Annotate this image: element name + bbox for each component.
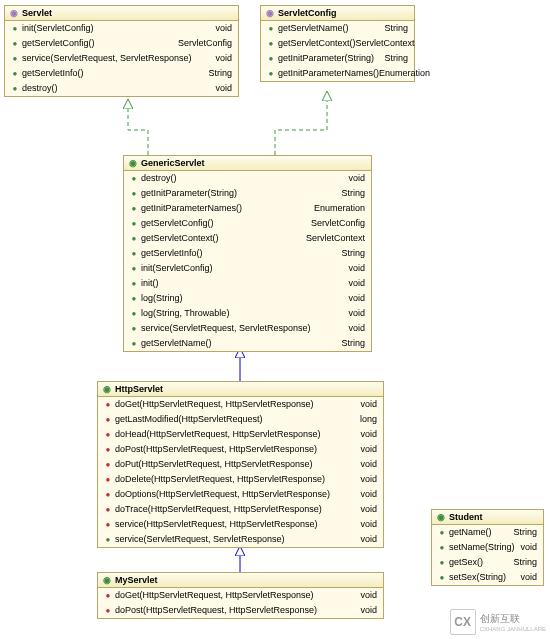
watermark: CX 创新互联 CXHANG JANHULLARE [450,609,546,635]
method-row: ●getServletInfo()String [5,66,238,81]
method-signature: log(String, Throwable) [141,307,229,320]
method-return-type: String [341,337,365,350]
class-icon: ◉ [436,512,446,522]
method-return-type: void [348,322,365,335]
method-signature: destroy() [141,172,177,185]
method-return-type: Enumeration [314,202,365,215]
public-method-icon: ● [438,544,446,552]
method-signature: getServletName() [278,22,349,35]
public-method-icon: ● [130,295,138,303]
watermark-logo-icon: CX [450,609,476,635]
method-return-type: String [341,187,365,200]
class-header: ◉ GenericServlet [124,156,371,171]
method-signature: doPut(HttpServletRequest, HttpServletRes… [115,458,313,471]
method-row: ●getServletName()String [124,336,371,351]
protected-method-icon: ● [104,401,112,409]
method-signature: doGet(HttpServletRequest, HttpServletRes… [115,589,314,602]
method-return-type: ServletConfig [311,217,365,230]
method-return-type: String [384,22,408,35]
method-row: ●doHead(HttpServletRequest, HttpServletR… [98,427,383,442]
method-return-type: ServletContext [356,37,415,50]
method-row: ●init()void [124,276,371,291]
method-list: ●getName()String●setName(String)void●get… [432,525,543,585]
protected-method-icon: ● [104,446,112,454]
public-method-icon: ● [11,85,19,93]
method-return-type: void [348,277,365,290]
public-method-icon: ● [438,559,446,567]
method-row: ●getServletInfo()String [124,246,371,261]
public-method-icon: ● [11,55,19,63]
interface-icon: ◉ [265,8,275,18]
method-row: ●getLastModified(HttpServletRequest)long [98,412,383,427]
class-header: ◉ Student [432,510,543,525]
public-method-icon: ● [130,325,138,333]
class-title: Student [449,512,483,522]
method-row: ●setName(String)void [432,540,543,555]
method-row: ●destroy()void [124,171,371,186]
method-return-type: Enumeration [379,67,430,80]
method-signature: doGet(HttpServletRequest, HttpServletRes… [115,398,314,411]
public-method-icon: ● [130,190,138,198]
method-signature: setName(String) [449,541,515,554]
method-signature: setSex(String) [449,571,506,584]
method-return-type: void [215,22,232,35]
method-row: ●getSex()String [432,555,543,570]
method-row: ●init(ServletConfig)void [124,261,371,276]
method-row: ●destroy()void [5,81,238,96]
method-return-type: long [360,413,377,426]
method-row: ●service(ServletRequest, ServletResponse… [98,532,383,547]
method-signature: log(String) [141,292,183,305]
method-signature: getInitParameter(String) [278,52,374,65]
method-return-type: void [520,541,537,554]
method-signature: getServletName() [141,337,212,350]
class-student: ◉ Student ●getName()String●setName(Strin… [431,509,544,586]
method-row: ●log(String)void [124,291,371,306]
method-row: ●service(ServletRequest, ServletResponse… [5,51,238,66]
interface-icon: ◉ [9,8,19,18]
public-method-icon: ● [130,340,138,348]
method-signature: getServletConfig() [22,37,95,50]
method-return-type: void [360,589,377,602]
class-title: HttpServlet [115,384,163,394]
method-signature: doOptions(HttpServletRequest, HttpServle… [115,488,330,501]
method-row: ●doTrace(HttpServletRequest, HttpServlet… [98,502,383,517]
protected-method-icon: ● [104,491,112,499]
protected-method-icon: ● [104,607,112,615]
method-signature: getServletConfig() [141,217,214,230]
method-return-type: void [215,82,232,95]
method-signature: init(ServletConfig) [22,22,94,35]
class-icon: ◉ [102,575,112,585]
method-row: ●init(ServletConfig)void [5,21,238,36]
method-row: ●getInitParameterNames()Enumeration [261,66,414,81]
class-title: ServletConfig [278,8,337,18]
class-httpservlet: ◉ HttpServlet ●doGet(HttpServletRequest,… [97,381,384,548]
public-method-icon: ● [130,310,138,318]
method-row: ●getServletConfig()ServletConfig [5,36,238,51]
class-genericservlet: ◉ GenericServlet ●destroy()void●getInitP… [123,155,372,352]
method-signature: init() [141,277,159,290]
public-method-icon: ● [130,175,138,183]
method-return-type: void [348,262,365,275]
class-title: MyServlet [115,575,158,585]
method-return-type: String [208,67,232,80]
class-servletconfig: ◉ ServletConfig ●getServletName()String●… [260,5,415,82]
public-method-icon: ● [11,40,19,48]
public-method-icon: ● [130,220,138,228]
method-signature: getLastModified(HttpServletRequest) [115,413,263,426]
public-method-icon: ● [130,205,138,213]
public-method-icon: ● [11,70,19,78]
protected-method-icon: ● [104,592,112,600]
method-signature: doHead(HttpServletRequest, HttpServletRe… [115,428,321,441]
protected-method-icon: ● [104,461,112,469]
method-row: ●log(String, Throwable)void [124,306,371,321]
method-row: ●doOptions(HttpServletRequest, HttpServl… [98,487,383,502]
method-signature: doPost(HttpServletRequest, HttpServletRe… [115,443,317,456]
method-signature: getInitParameter(String) [141,187,237,200]
class-icon: ◉ [102,384,112,394]
watermark-text: 创新互联 [480,612,546,626]
method-row: ●getServletContext()ServletContext [261,36,414,51]
class-myservlet: ◉ MyServlet ●doGet(HttpServletRequest, H… [97,572,384,619]
method-return-type: void [348,307,365,320]
method-return-type: void [520,571,537,584]
class-title: Servlet [22,8,52,18]
